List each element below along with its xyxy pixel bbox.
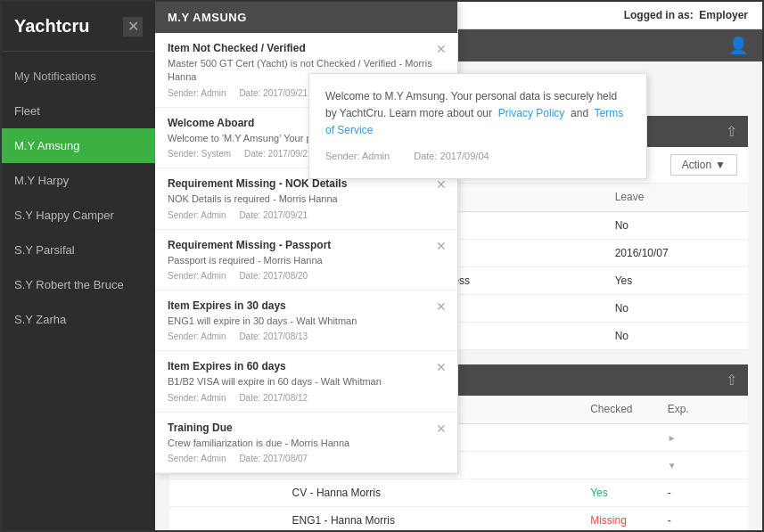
notif-sender: Sender: System	[168, 149, 231, 159]
privacy-policy-link[interactable]: Privacy Policy	[498, 107, 565, 119]
popup-sender-label: Sender: Admin	[325, 151, 400, 161]
notif-date: Date: 2017/08/20	[239, 271, 308, 281]
notif-title: Item Expires in 60 days	[168, 360, 445, 372]
app-wrapper: Yachtcru ✕ My Notifications Fleet M.Y Am…	[0, 0, 764, 532]
checked-yes[interactable]: Yes	[590, 487, 608, 499]
action-button[interactable]: Action ▼	[670, 154, 737, 176]
notif-date: Date: 2017/09/21	[244, 149, 313, 159]
notif-close-button[interactable]: ✕	[436, 42, 447, 56]
item-name: CV - Hanna Morris	[282, 479, 580, 506]
notif-item: Training Due Crew familiarization is due…	[155, 413, 457, 473]
notif-meta: Sender: Admin Date: 2017/09/21	[168, 210, 445, 220]
notif-sender: Sender: Admin	[168, 88, 226, 98]
welcome-popup: Welcome to M.Y Amsung. Your personal dat…	[308, 73, 647, 179]
item-exp: -	[657, 479, 748, 506]
notif-meta: Sender: Admin Date: 2017/08/12	[168, 393, 445, 403]
notif-close-button[interactable]: ✕	[436, 239, 447, 253]
notif-date: Date: 2017/09/21	[239, 88, 308, 98]
sidebar-item-sy-happy-camper[interactable]: S.Y Happy Camper	[2, 198, 155, 233]
item-name: ENG1 - Hanna Morris	[282, 506, 580, 530]
notif-meta: Sender: Admin Date: 2017/08/07	[168, 454, 445, 463]
item-exp: -	[657, 506, 748, 530]
crew-leave: No	[604, 211, 748, 239]
notif-body: B1/B2 VISA will expire in 60 days - Walt…	[168, 375, 445, 389]
sidebar-logo: Yachtcru ✕	[2, 2, 155, 52]
items-section-toggle[interactable]: ⇧	[726, 372, 738, 389]
close-sidebar-button[interactable]: ✕	[123, 17, 143, 37]
notif-close-button[interactable]: ✕	[436, 177, 447, 192]
sidebar-item-my-amsung[interactable]: M.Y Amsung	[2, 128, 155, 163]
subnav-user-icon[interactable]: 👤	[728, 36, 748, 55]
notif-title: Requirement Missing - NOK Details	[168, 177, 445, 190]
expand-icon[interactable]: ►	[668, 433, 677, 443]
notif-item: Item Expires in 60 days B1/B2 VISA will …	[155, 351, 457, 412]
main-content: Logged in as: Employer M.Y AMARYLLIS ▼ I…	[155, 2, 762, 530]
notif-date: Date: 2017/08/07	[239, 454, 308, 463]
notif-meta: Sender: Admin Date: 2017/08/13	[168, 331, 445, 341]
table-row: CV - Hanna Morris Yes -	[169, 479, 748, 506]
notif-body: ENG1 will expire in 30 days - Walt Whitm…	[168, 315, 445, 328]
notif-date: Date: 2017/08/12	[239, 393, 308, 403]
notif-item: Requirement Missing - Passport Passport …	[155, 230, 457, 291]
checked-missing: Missing	[590, 514, 627, 527]
topbar-right: Logged in as: Employer	[624, 9, 748, 21]
crew-leave: No	[604, 294, 748, 322]
table-row: ENG1 - Hanna Morris Missing -	[169, 506, 748, 530]
sidebar-item-sy-zarha[interactable]: S.Y Zarha	[2, 302, 155, 337]
items-col-checked: Checked	[579, 396, 657, 423]
sidebar-nav: My Notifications Fleet M.Y Amsung M.Y Ha…	[2, 52, 155, 530]
notif-title: Item Not Checked / Verified	[168, 42, 445, 54]
popup-date-label: Date: 2017/09/04	[414, 151, 499, 161]
crew-col-leave: Leave	[604, 184, 748, 211]
items-col-exp: Exp.	[657, 396, 748, 423]
crew-section-toggle[interactable]: ⇧	[726, 123, 738, 140]
notif-title: Requirement Missing - Passport	[168, 239, 445, 251]
crew-leave: 2016/10/07	[604, 239, 748, 266]
notif-sender: Sender: Admin	[168, 331, 226, 341]
notif-body: Passport is required - Morris Hanna	[168, 254, 445, 267]
notif-meta: Sender: Admin Date: 2017/08/20	[168, 271, 445, 281]
notif-title: Training Due	[168, 422, 445, 434]
crew-leave: Yes	[604, 266, 748, 294]
sidebar-item-my-harpy[interactable]: M.Y Harpy	[2, 163, 155, 198]
notif-body: NOK Details is required - Morris Hanna	[168, 192, 445, 206]
notif-title: Item Expires in 30 days	[168, 299, 445, 312]
notif-close-button[interactable]: ✕	[436, 299, 447, 314]
expand-icon[interactable]: ▼	[668, 461, 677, 471]
logged-in-label: Logged in as: Employer	[624, 9, 748, 21]
notif-item: Item Expires in 30 days ENG1 will expire…	[155, 291, 457, 351]
notif-sender: Sender: Admin	[168, 210, 226, 220]
notif-sender: Sender: Admin	[168, 393, 226, 403]
sidebar-item-sy-robert-the-bruce[interactable]: S.Y Robert the Bruce	[2, 267, 155, 302]
notif-sender: Sender: Admin	[168, 454, 226, 463]
crew-leave: No	[604, 322, 748, 349]
notif-close-button[interactable]: ✕	[436, 360, 447, 374]
notif-sender: Sender: Admin	[168, 271, 226, 281]
notif-body: Crew familiarization is due - Morris Han…	[168, 437, 445, 450]
notif-panel-header: M.Y AMSUNG	[155, 2, 457, 33]
sidebar-item-sy-parsifal[interactable]: S.Y Parsifal	[2, 233, 155, 267]
sidebar: Yachtcru ✕ My Notifications Fleet M.Y Am…	[2, 2, 155, 530]
sidebar-item-fleet[interactable]: Fleet	[2, 94, 155, 128]
sidebar-item-notifications[interactable]: My Notifications	[2, 59, 155, 94]
notif-date: Date: 2017/08/13	[239, 331, 308, 341]
popup-meta: Sender: Admin Date: 2017/09/04	[325, 149, 630, 165]
notif-close-button[interactable]: ✕	[436, 422, 447, 436]
notif-date: Date: 2017/09/21	[239, 210, 308, 220]
action-dropdown-icon: ▼	[715, 159, 726, 171]
app-name: Yachtcru	[14, 16, 89, 37]
